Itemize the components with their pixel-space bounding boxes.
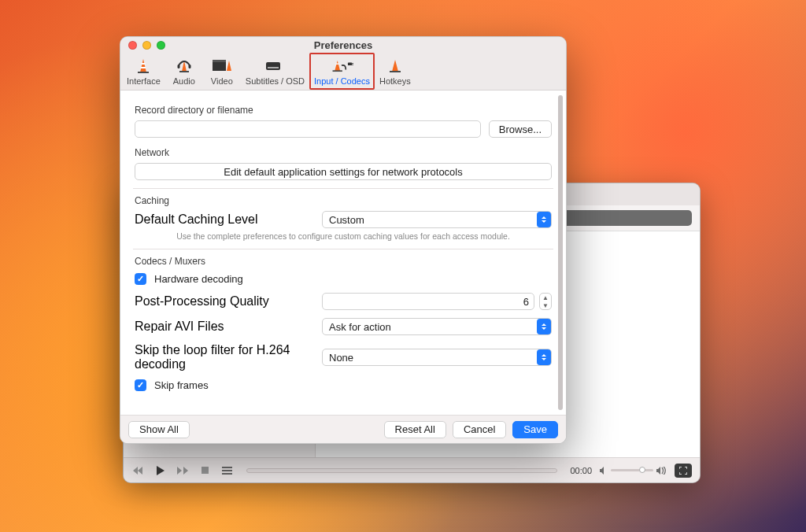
play-icon[interactable]: [153, 466, 168, 475]
tab-label: Audio: [173, 76, 195, 86]
svg-rect-5: [222, 473, 232, 475]
tab-label: Subtitles / OSD: [246, 76, 305, 86]
svg-rect-7: [141, 67, 146, 68]
plug-cone-icon: [330, 56, 353, 75]
desktop: ◉ Podcasts Search: [0, 0, 806, 532]
next-icon[interactable]: [176, 467, 190, 475]
skip-frames-label: Skip frames: [154, 379, 209, 391]
playlist-icon[interactable]: [220, 467, 234, 475]
tab-label: Video: [211, 76, 233, 86]
browse-button[interactable]: Browse...: [489, 120, 552, 138]
prev-icon[interactable]: [131, 467, 146, 475]
headphones-cone-icon: [172, 56, 196, 75]
caching-level-label: Default Caching Level: [135, 212, 311, 227]
svg-rect-16: [336, 63, 339, 64]
tab-label: Interface: [127, 76, 161, 86]
timecode: 00:00: [570, 466, 592, 475]
progress-slider[interactable]: [246, 468, 557, 473]
tab-hotkeys[interactable]: Hotkeys: [375, 53, 416, 90]
close-icon[interactable]: [128, 41, 137, 50]
loop-filter-label: Skip the loop filter for H.264 decoding: [135, 343, 311, 371]
tab-video[interactable]: Video: [203, 53, 241, 90]
tab-input-codecs[interactable]: Input / Codecs: [309, 53, 375, 90]
loop-filter-select[interactable]: None: [322, 349, 552, 366]
tab-label: Hotkeys: [379, 76, 411, 86]
svg-rect-8: [138, 72, 149, 73]
cone-icon: [131, 56, 155, 75]
stop-icon[interactable]: [198, 467, 212, 474]
tab-audio[interactable]: Audio: [165, 53, 203, 90]
volume-low-icon[interactable]: [600, 464, 608, 478]
record-directory-input[interactable]: [135, 120, 481, 138]
fullscreen-button[interactable]: [675, 464, 692, 478]
section-record-label: Record directory or filename: [135, 105, 552, 116]
edit-network-button[interactable]: Edit default application settings for ne…: [135, 163, 552, 180]
svg-rect-13: [213, 60, 226, 62]
volume-slider[interactable]: [611, 469, 653, 471]
svg-rect-10: [177, 65, 179, 68]
svg-rect-18: [348, 63, 352, 66]
chevron-down-icon: ▼: [540, 301, 551, 309]
prefs-tabbar: Interface Audio Video Subtitles / OSD In…: [120, 53, 566, 90]
svg-rect-19: [353, 63, 354, 64]
svg-rect-4: [222, 470, 232, 471]
svg-rect-12: [213, 62, 226, 71]
repair-avi-select[interactable]: Ask for action: [322, 318, 552, 335]
svg-rect-3: [222, 467, 232, 468]
caching-level-select[interactable]: Custom: [322, 211, 552, 228]
chevron-up-icon: ▲: [540, 294, 551, 301]
tab-label: Input / Codecs: [314, 76, 370, 86]
volume-high-icon[interactable]: [656, 464, 667, 478]
zoom-icon[interactable]: [157, 41, 165, 50]
keyboard-cone-icon: [383, 56, 407, 75]
svg-rect-17: [333, 70, 342, 72]
svg-rect-11: [188, 65, 190, 68]
divider: [133, 188, 553, 189]
prefs-content: Record directory or filename Browse... N…: [120, 91, 566, 415]
quantity-stepper[interactable]: ▲ ▼: [539, 293, 552, 310]
skip-frames-checkbox[interactable]: ✓: [135, 379, 146, 391]
svg-rect-6: [142, 63, 146, 65]
svg-rect-21: [390, 71, 401, 72]
chevron-updown-icon: [537, 212, 551, 227]
scrollbar[interactable]: [558, 95, 563, 410]
caching-help-text: Use the complete preferences to configur…: [135, 231, 552, 241]
svg-rect-2: [202, 467, 209, 474]
vlc-controls: 00:00: [124, 457, 700, 482]
section-codecs-label: Codecs / Muxers: [135, 256, 552, 267]
repair-avi-label: Repair AVI Files: [135, 320, 311, 334]
cancel-button[interactable]: Cancel: [453, 421, 506, 438]
post-processing-label: Post-Processing Quality: [135, 294, 311, 308]
post-processing-input[interactable]: [322, 293, 534, 310]
section-network-label: Network: [135, 147, 552, 158]
minimize-icon[interactable]: [142, 41, 151, 50]
show-all-button[interactable]: Show All: [128, 421, 190, 438]
chevron-updown-icon: [537, 319, 551, 334]
svg-rect-20: [353, 65, 354, 65]
subtitles-cone-icon: [263, 56, 287, 75]
prefs-footer: Show All Reset All Cancel Save: [120, 415, 566, 443]
svg-rect-9: [179, 71, 189, 72]
reset-all-button[interactable]: Reset All: [384, 421, 446, 438]
hardware-decoding-label: Hardware decoding: [154, 273, 243, 285]
clapper-cone-icon: [210, 56, 234, 75]
divider: [133, 249, 553, 249]
hardware-decoding-checkbox[interactable]: ✓: [135, 273, 146, 285]
save-button[interactable]: Save: [512, 421, 558, 438]
preferences-window: Preferences Interface Audio Video Subti: [120, 36, 567, 444]
window-title: Preferences: [120, 39, 566, 51]
prefs-titlebar: Preferences: [120, 37, 566, 53]
chevron-updown-icon: [537, 349, 551, 365]
tab-interface[interactable]: Interface: [122, 53, 165, 90]
section-caching-label: Caching: [135, 195, 552, 206]
tab-subtitles[interactable]: Subtitles / OSD: [241, 53, 309, 90]
